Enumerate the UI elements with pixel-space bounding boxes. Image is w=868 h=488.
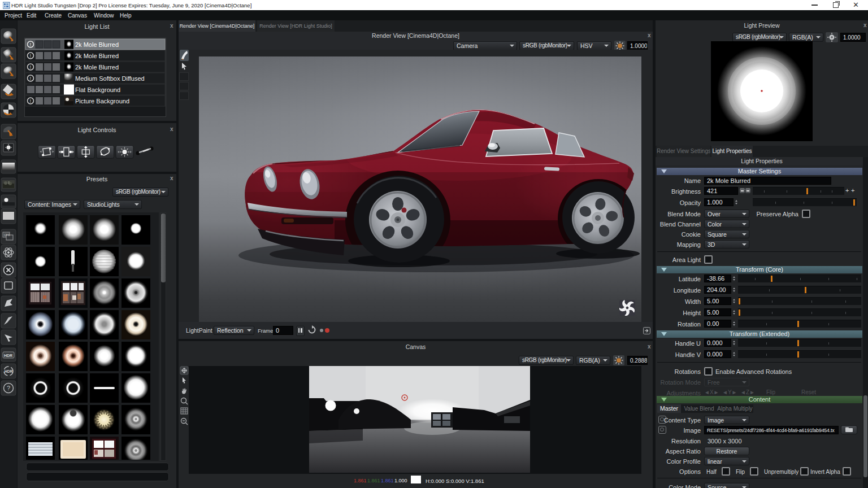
svg-text:Picture Background: Picture Background [75,98,129,104]
svg-text:2k Mole Blurred: 2k Mole Blurred [75,53,119,59]
svg-text:!: ! [30,42,32,47]
svg-text:!: ! [30,76,32,81]
svg-text:!: ! [30,53,32,59]
svg-text:HDR: HDR [4,354,12,358]
svg-text:2k Mole Blurred: 2k Mole Blurred [75,64,119,71]
svg-text:CFG: CFG [4,233,10,237]
svg-text:HDR: HDR [5,369,12,373]
svg-text:2k Mole Blurred: 2k Mole Blurred [75,41,119,48]
svg-text:Flat Background: Flat Background [75,86,120,93]
svg-text:Medium Softbox Diffused: Medium Softbox Diffused [75,75,145,82]
svg-text:?: ? [7,385,10,391]
svg-text:!: ! [30,98,32,104]
svg-text:!: ! [30,64,32,70]
